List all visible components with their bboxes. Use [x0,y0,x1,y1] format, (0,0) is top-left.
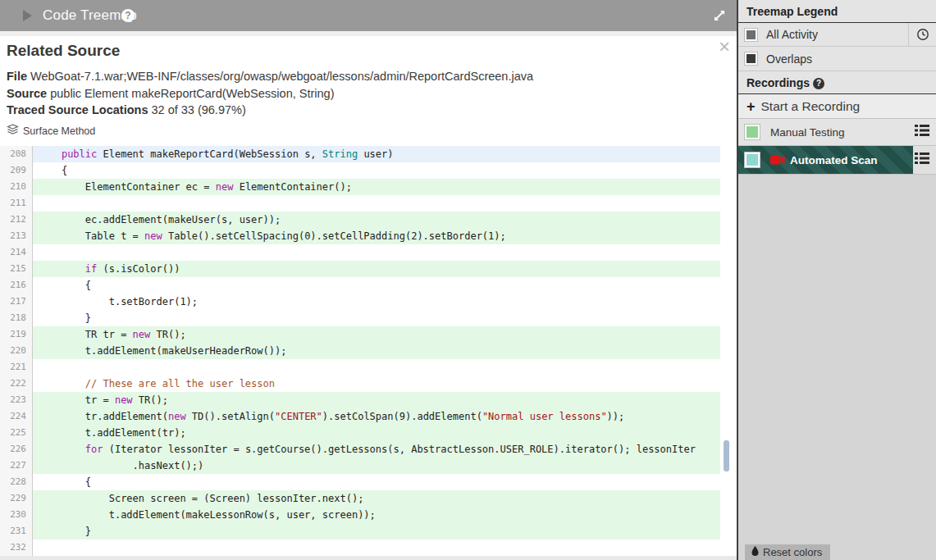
line-number: 213 [0,228,33,244]
code-line: 214 [0,244,730,261]
reset-colors-button[interactable]: Reset colors [745,544,830,560]
line-number: 208 [0,146,33,162]
code-line: 210 ElementContainer ec = new ElementCon… [0,179,730,195]
line-text [33,359,720,376]
code-line: 218 } [0,310,730,326]
recording-item-label: Automated Scan [790,154,878,166]
code-line: 212 ec.addElement(makeUser(s, user)); [0,212,730,228]
droplet-icon [751,546,759,558]
code-lines: 208 public Element makeReportCard(WebSes… [0,146,730,556]
line-text: { [33,474,720,490]
code-line: 229 Screen screen = (Screen) lessonIter.… [0,490,730,507]
line-number: 214 [0,244,33,261]
recordings-header: Recordings? [738,71,936,94]
line-number: 227 [0,458,33,474]
line-text: if (s.isColor()) [33,261,720,277]
line-number: 225 [0,425,33,441]
surface-method-tag: Surface Method [7,124,95,138]
recording-item-automated-scan[interactable]: Automated Scan [738,146,936,175]
recording-list-menu-icon[interactable] [915,153,929,167]
code-line: 222 // These are all the user lesson [0,376,730,392]
line-text: // These are all the user lesson [33,376,720,392]
recording-item-manual-testing[interactable]: Manual Testing [738,119,936,146]
code-line: 223 tr = new TR(); [0,392,730,408]
code-line: 230 t.addElement(makeLessonRow(s, user, … [0,507,730,523]
file-label: File [7,70,27,83]
line-number: 211 [0,195,33,212]
close-icon[interactable]: × [719,39,730,54]
treemap-legend-title: Treemap Legend [747,5,838,18]
page-title: Related Source [7,42,120,60]
code-line: 228 { [0,474,730,490]
collapse-panel-icon[interactable] [23,10,32,21]
legend-item-all-activity[interactable]: All Activity [738,23,936,47]
code-line: 219 TR tr = new TR(); [0,326,730,343]
traced-value: 32 of 33 (96.97%) [148,103,245,116]
line-number: 215 [0,261,33,277]
line-text: Screen screen = (Screen) lessonIter.next… [33,490,720,507]
help-icon[interactable]: ? [121,9,135,22]
line-number: 228 [0,474,33,490]
line-number: 230 [0,507,33,523]
legend-color-swatch[interactable] [745,29,757,41]
source-label: Source [7,87,47,100]
plus-icon: + [747,96,756,117]
code-treemap-titlebar: Code Treemap ? [0,0,738,31]
line-text: Table t = new Table().setCellSpacing(0).… [33,228,720,244]
line-number: 212 [0,212,33,228]
start-recording-label: Start a Recording [761,99,861,114]
line-number: 231 [0,523,33,540]
line-text: { [33,277,720,294]
code-line: 226 for (Iterator lessonIter = s.getCour… [0,441,730,458]
source-value: public Element makeReportCard(WebSession… [47,87,334,100]
line-text: for (Iterator lessonIter = s.getCourse()… [33,441,720,458]
file-value: WebGoat-7.1.war;WEB-INF/classes/org/owas… [27,70,533,83]
recordings-help-icon[interactable]: ? [813,78,824,89]
line-text: public Element makeReportCard(WebSession… [33,146,720,162]
line-number: 218 [0,310,33,326]
legend-item-overlaps[interactable]: Overlaps [738,47,936,71]
line-text: .hasNext();) [33,458,720,474]
legend-color-swatch[interactable] [745,52,757,65]
recording-list-menu-icon[interactable] [915,125,929,139]
source-metadata: File WebGoat-7.1.war;WEB-INF/classes/org… [7,68,533,119]
legend-rows: All ActivityOverlaps [738,23,936,71]
line-text: ec.addElement(makeUser(s, user)); [33,212,720,228]
expand-icon[interactable] [712,8,727,23]
line-number: 209 [0,162,33,179]
line-number: 210 [0,179,33,195]
line-text: } [33,523,720,540]
recording-camera-icon [770,155,785,165]
code-line: 216 { [0,277,730,294]
activity-history-clock-icon[interactable] [908,23,936,46]
scrollbar-thumb[interactable] [724,440,729,471]
code-scrollbar [723,146,729,556]
source-line: Source public Element makeReportCard(Web… [7,85,533,102]
recording-color-swatch[interactable] [745,125,760,139]
start-recording-button[interactable]: + Start a Recording [738,94,936,119]
code-line: 209 { [0,162,730,179]
recording-color-swatch[interactable] [745,153,760,167]
code-line: 220 t.addElement(makeUserHeaderRow()); [0,343,730,359]
panel-bottom-edge [0,556,738,560]
line-text [33,540,720,556]
line-text: tr.addElement(new TD().setAlign("CENTER"… [33,408,720,425]
line-text: t.addElement(makeLessonRow(s, user, scre… [33,507,720,523]
file-line: File WebGoat-7.1.war;WEB-INF/classes/org… [7,68,533,85]
recordings-title: Recordings [747,76,810,89]
code-line: 224 tr.addElement(new TD().setAlign("CEN… [0,408,730,425]
code-line: 232 [0,540,730,556]
legend-item-label: All Activity [766,28,818,41]
reset-colors-label: Reset colors [763,546,822,558]
layers-icon [7,124,19,138]
line-text: t.addElement(tr); [33,425,720,441]
line-number: 221 [0,359,33,376]
line-number: 232 [0,540,33,556]
line-text: } [33,310,720,326]
code-line: 231 } [0,523,730,540]
line-text: tr = new TR(); [33,392,720,408]
line-text [33,244,720,261]
code-line: 217 t.setBorder(1); [0,294,730,310]
surface-method-label: Surface Method [23,125,95,137]
treemap-legend-header: Treemap Legend [738,0,936,23]
